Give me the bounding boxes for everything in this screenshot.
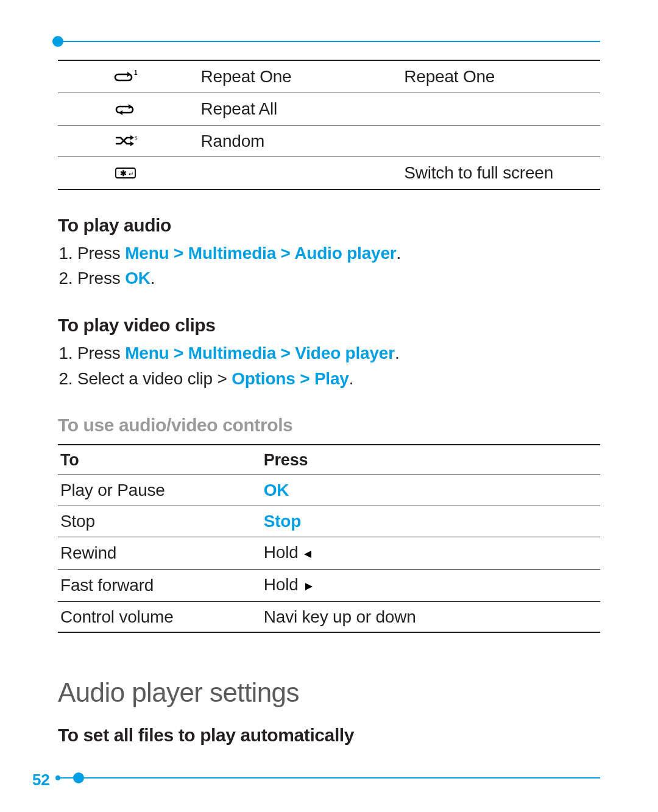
repeat-all-icon — [65, 101, 186, 118]
page-footer: 52 — [0, 772, 658, 784]
control-key: Hold — [261, 537, 600, 569]
table-row: 1 Repeat One Repeat One — [58, 60, 600, 93]
mode-label: Random — [194, 125, 397, 157]
step-prefix: Press — [77, 344, 125, 362]
key-label: OK — [264, 481, 289, 500]
menu-path: Menu > Multimedia > Audio player — [125, 244, 396, 263]
footer-rule — [58, 777, 600, 778]
control-action: Rewind — [58, 537, 261, 569]
table-row: Control volume Navi key up or down — [58, 601, 600, 632]
section-title: Audio player settings — [58, 674, 600, 710]
mode-extra: Switch to full screen — [397, 157, 600, 189]
control-action: Stop — [58, 506, 261, 537]
star-key-icon: ✱ ↵ — [65, 164, 186, 182]
table-row: Repeat All — [58, 93, 600, 125]
step-suffix: . — [395, 344, 400, 362]
header-rule — [58, 41, 600, 42]
menu-path: Menu > Multimedia > Video player — [125, 344, 395, 362]
steps-play-audio: Press Menu > Multimedia > Audio player. … — [77, 242, 600, 291]
key-label: Stop — [264, 512, 301, 531]
step-suffix: . — [150, 269, 155, 288]
playback-modes-table: 1 Repeat One Repeat One Repeat All — [58, 60, 600, 190]
random-icon: s — [65, 133, 186, 149]
mode-label: Repeat One — [194, 60, 397, 93]
hold-label: Hold — [264, 575, 303, 594]
svg-text:1: 1 — [134, 69, 137, 76]
col-header-press: Press — [261, 445, 600, 475]
step-prefix: Select a video clip > — [77, 369, 232, 388]
step: Press Menu > Multimedia > Audio player. — [77, 242, 600, 265]
mode-label — [194, 157, 397, 189]
table-row: Rewind Hold — [58, 537, 600, 569]
triangle-left-icon — [303, 542, 314, 565]
step: Select a video clip > Options > Play. — [77, 367, 600, 390]
heading-autoplay: To set all files to play automatically — [58, 723, 600, 748]
step-prefix: Press — [77, 269, 125, 288]
control-key: Navi key up or down — [261, 601, 600, 632]
col-header-to: To — [58, 445, 261, 475]
svg-text:s: s — [135, 135, 138, 141]
heading-play-video: To play video clips — [58, 313, 600, 338]
table-row: Fast forward Hold — [58, 569, 600, 601]
triangle-right-icon — [303, 574, 314, 598]
table-row: s Random — [58, 125, 600, 157]
control-action: Fast forward — [58, 569, 261, 601]
menu-path: Options > Play — [232, 369, 348, 388]
repeat-one-icon: 1 — [65, 68, 186, 85]
control-key: Stop — [261, 506, 600, 537]
header-divider — [0, 35, 658, 48]
page-number: 52 — [32, 769, 50, 791]
mode-extra — [397, 93, 600, 125]
hold-label: Hold — [264, 543, 303, 562]
menu-path: OK — [125, 269, 150, 288]
step-suffix: . — [396, 244, 401, 263]
control-action: Control volume — [58, 601, 261, 632]
heading-controls: To use audio/video controls — [58, 413, 600, 438]
manual-page: 1 Repeat One Repeat One Repeat All — [0, 0, 658, 812]
steps-play-video: Press Menu > Multimedia > Video player. … — [77, 342, 600, 390]
table-row: ✱ ↵ Switch to full screen — [58, 157, 600, 189]
table-row: Stop Stop — [58, 506, 600, 537]
step-prefix: Press — [77, 244, 125, 263]
step: Press OK. — [77, 267, 600, 290]
controls-table: To Press Play or Pause OK Stop Stop Rewi… — [58, 444, 600, 633]
table-header-row: To Press — [58, 445, 600, 475]
control-key: OK — [261, 475, 600, 506]
heading-play-audio: To play audio — [58, 213, 600, 238]
mode-extra — [397, 125, 600, 157]
svg-text:✱: ✱ — [120, 169, 127, 178]
step-suffix: . — [349, 369, 354, 388]
mode-extra: Repeat One — [397, 60, 600, 93]
table-row: Play or Pause OK — [58, 475, 600, 506]
control-action: Play or Pause — [58, 475, 261, 506]
step: Press Menu > Multimedia > Video player. — [77, 342, 600, 365]
mode-label: Repeat All — [194, 93, 397, 125]
control-key: Hold — [261, 569, 600, 601]
svg-text:↵: ↵ — [129, 171, 133, 177]
